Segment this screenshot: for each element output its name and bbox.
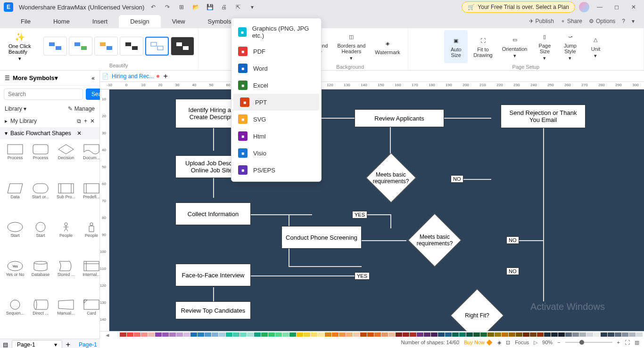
flowchart-label-no[interactable]: NO (506, 236, 519, 244)
section-close-icon[interactable]: ✕ (77, 130, 82, 137)
zoom-out-button[interactable]: − (557, 340, 560, 345)
export-icon[interactable]: ⇱ (233, 2, 243, 12)
shape-item[interactable]: Database (28, 259, 53, 297)
publish-link[interactable]: ✈Publish (529, 18, 554, 24)
flowchart-decision[interactable]: Right Fit? (450, 289, 504, 331)
export-item-ppt[interactable]: ■PPT (233, 94, 319, 111)
print-icon[interactable]: 🖨 (219, 2, 229, 12)
maximize-button[interactable]: ◻ (610, 2, 623, 12)
page-tab-active[interactable]: Page-1 (74, 340, 102, 348)
fit-icon[interactable]: ⛶ (625, 340, 630, 345)
shape-item[interactable]: Process (28, 142, 53, 180)
shape-item[interactable]: Start or... (28, 181, 53, 219)
oneclick-beautify-button[interactable]: ✨ One Click Beautify ▾ (4, 30, 36, 64)
export-item-pdf[interactable]: ■PDF (231, 43, 321, 60)
open-icon[interactable]: 📂 (190, 2, 201, 12)
flowchart-decision[interactable]: Meets basic requirements? (408, 213, 461, 267)
export-item-graphicspngjpgetc[interactable]: ■Graphics (PNG, JPG etc.) (231, 21, 321, 43)
shape-item[interactable]: Sub Pro... (54, 181, 78, 219)
lib-add-icon[interactable]: + (84, 118, 87, 124)
panel-icon[interactable]: ▥ (635, 340, 639, 346)
export-item-svg[interactable]: ■SVG (231, 111, 321, 128)
lib-new-icon[interactable]: ⧉ (77, 118, 81, 124)
shape-item[interactable]: People (54, 220, 78, 258)
flowchart-shapes-section[interactable]: ▾Basic Flowchart Shapes ✕ (0, 127, 99, 139)
share-link[interactable]: ⚬Share (561, 18, 582, 24)
theme-preset-4[interactable] (120, 37, 143, 56)
shape-item[interactable]: Data (3, 181, 27, 219)
shape-item[interactable]: Process (3, 142, 27, 180)
jump-style-button[interactable]: ⤻Jump Style▾ (558, 30, 582, 63)
new-tab-button[interactable]: + (163, 72, 167, 81)
shape-item[interactable]: Predefi... (79, 181, 99, 219)
flowchart-node[interactable]: Review Top Candidates (175, 301, 251, 319)
shape-item[interactable]: Stored ... (54, 259, 78, 297)
export-item-pseps[interactable]: ■PS/EPS (231, 162, 321, 178)
flowchart-node[interactable]: Collect Information (175, 202, 251, 225)
close-button[interactable]: ✕ (627, 2, 640, 12)
list-icon[interactable]: ▤ (3, 341, 8, 348)
menu-view[interactable]: View (161, 15, 197, 28)
save-icon[interactable]: 💾 (205, 2, 215, 12)
more-icon[interactable]: ▾ (247, 2, 257, 12)
shape-item[interactable]: Decision (54, 142, 78, 180)
unit-button[interactable]: △Unit▾ (584, 30, 607, 63)
shape-item[interactable]: Manual... (54, 298, 78, 336)
shape-item[interactable]: Direct ... (28, 298, 53, 336)
hamburger-icon[interactable]: ☰ (5, 75, 10, 81)
theme-preset-5[interactable] (145, 37, 169, 56)
lib-close-icon[interactable]: ✕ (90, 118, 95, 124)
new-icon[interactable]: ⊞ (176, 2, 187, 12)
menu-file[interactable]: File (9, 15, 42, 28)
document-tab[interactable]: 📄 Hiring and Rec... (102, 73, 159, 80)
zoom-in-button[interactable]: + (617, 340, 620, 345)
shape-item[interactable]: Start (3, 220, 27, 258)
theme-preset-6[interactable] (171, 37, 194, 56)
flowchart-label-no[interactable]: NO (451, 175, 463, 183)
undo-icon[interactable]: ↶ (148, 2, 158, 12)
shape-item[interactable]: Internal... (79, 259, 99, 297)
user-avatar[interactable] (579, 2, 589, 12)
auto-size-button[interactable]: ▣Auto Size (444, 30, 468, 63)
flowchart-label-no[interactable]: NO (506, 267, 519, 275)
more-symbols-title[interactable]: More Symbols▾ (13, 74, 89, 81)
menu-home[interactable]: Home (42, 15, 81, 28)
orientation-button[interactable]: ▭Orientation▾ (498, 30, 531, 63)
shape-item[interactable]: Docum... (79, 142, 99, 180)
flowchart-node[interactable]: Conduct Phone Screening (281, 226, 362, 249)
shape-item[interactable]: Start (28, 220, 53, 258)
flowchart-node[interactable]: Face-to-Face Interview (175, 264, 251, 286)
redo-icon[interactable]: ↷ (162, 2, 173, 12)
export-item-word[interactable]: ■Word (231, 60, 321, 77)
theme-preset-3[interactable] (94, 37, 118, 56)
shape-item[interactable]: Card (79, 298, 99, 336)
target-icon[interactable]: ⊡ (506, 340, 510, 346)
symbols-search-input[interactable] (4, 89, 83, 100)
theme-preset-2[interactable] (69, 37, 92, 56)
buy-now-link[interactable]: Buy Now 🔶 (464, 340, 493, 346)
menu-insert[interactable]: Insert (81, 15, 119, 28)
manage-link[interactable]: ✎ Manage (68, 105, 95, 112)
help-link[interactable]: ? (622, 18, 625, 24)
export-item-excel[interactable]: ■Excel (231, 77, 321, 94)
flowchart-label-yes[interactable]: YES (352, 211, 367, 219)
theme-preset-1[interactable] (43, 37, 67, 56)
shape-item[interactable]: People (79, 220, 99, 258)
page-size-button[interactable]: ▯Page Size▾ (533, 30, 556, 63)
library-dropdown[interactable]: Library ▾ (5, 105, 26, 112)
flowchart-node[interactable]: Send Rejection or Thank You Email (501, 105, 586, 128)
options-link[interactable]: ⚙Options (589, 18, 615, 24)
fit-drawing-button[interactable]: ⛶Fit to Drawing (470, 30, 496, 63)
export-item-visio[interactable]: ■Visio (231, 145, 321, 162)
shape-item[interactable]: YesYes or No (3, 259, 27, 297)
flowchart-node[interactable]: Review Applicants (355, 109, 444, 127)
menu-design[interactable]: Design (119, 15, 160, 28)
watermark-button[interactable]: ◈Watermark (371, 30, 404, 63)
flowchart-label-yes[interactable]: YES (355, 272, 370, 280)
minimize-button[interactable]: — (593, 2, 606, 12)
collapse-icon[interactable]: « (91, 75, 95, 81)
zoom-slider[interactable] (565, 342, 612, 343)
page-tab-1[interactable]: Page-1▾ (12, 340, 62, 348)
layers-icon[interactable]: ◈ (497, 340, 501, 346)
shape-item[interactable]: Sequen... (3, 298, 27, 336)
